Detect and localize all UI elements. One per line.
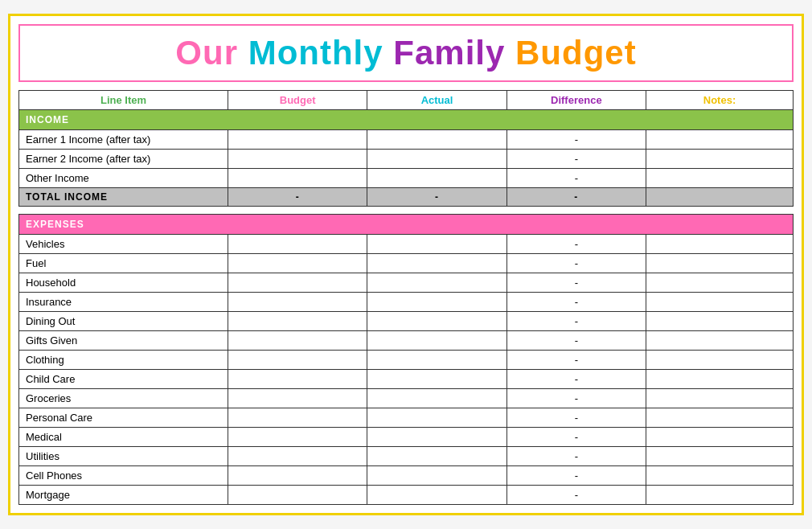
- income-actual-2[interactable]: [367, 169, 506, 188]
- expense-notes-1[interactable]: [646, 254, 793, 273]
- income-row: Earner 1 Income (after tax) -: [19, 130, 794, 150]
- expense-notes-2[interactable]: [646, 273, 793, 293]
- expense-difference-5: -: [506, 331, 646, 351]
- expense-difference-0: -: [506, 235, 646, 254]
- expense-row: Utilities -: [19, 447, 794, 466]
- expense-budget-2[interactable]: [228, 273, 367, 293]
- expense-row: Household -: [19, 273, 794, 293]
- expense-difference-12: -: [506, 466, 646, 486]
- expense-budget-5[interactable]: [228, 331, 367, 351]
- expense-notes-0[interactable]: [646, 235, 793, 254]
- total-income-notes: [646, 188, 793, 207]
- income-row: Other Income -: [19, 169, 794, 188]
- expense-actual-6[interactable]: [367, 351, 506, 370]
- expense-label-9: Personal Care: [19, 408, 228, 428]
- title-monthly: Monthly: [248, 34, 394, 72]
- expense-budget-1[interactable]: [228, 254, 367, 273]
- income-notes-0[interactable]: [646, 130, 793, 150]
- expense-actual-3[interactable]: [367, 293, 506, 312]
- expense-budget-6[interactable]: [228, 351, 367, 370]
- expense-actual-4[interactable]: [367, 312, 506, 331]
- expense-label-8: Groceries: [19, 389, 228, 408]
- expense-label-2: Household: [19, 273, 228, 293]
- expense-actual-1[interactable]: [367, 254, 506, 273]
- expenses-section-header: EXPENSES: [19, 215, 794, 235]
- expense-actual-0[interactable]: [367, 235, 506, 254]
- expense-budget-9[interactable]: [228, 408, 367, 428]
- income-notes-2[interactable]: [646, 169, 793, 188]
- expense-label-0: Vehicles: [19, 235, 228, 254]
- expense-budget-12[interactable]: [228, 466, 367, 486]
- expense-label-10: Medical: [19, 428, 228, 447]
- income-section-header: INCOME: [19, 110, 794, 130]
- expense-actual-13[interactable]: [367, 486, 506, 505]
- expense-budget-7[interactable]: [228, 370, 367, 389]
- expense-difference-3: -: [506, 293, 646, 312]
- expense-actual-10[interactable]: [367, 428, 506, 447]
- expense-budget-3[interactable]: [228, 293, 367, 312]
- income-notes-1[interactable]: [646, 150, 793, 169]
- expense-actual-5[interactable]: [367, 331, 506, 351]
- col-header-notes: Notes:: [646, 91, 793, 110]
- expense-budget-4[interactable]: [228, 312, 367, 331]
- expense-difference-2: -: [506, 273, 646, 293]
- title-our: Our: [175, 34, 248, 72]
- expense-budget-8[interactable]: [228, 389, 367, 408]
- col-header-lineitem: Line Item: [19, 91, 228, 110]
- expense-difference-4: -: [506, 312, 646, 331]
- income-actual-0[interactable]: [367, 130, 506, 150]
- income-budget-0[interactable]: [228, 130, 367, 150]
- title-budget: Budget: [515, 34, 637, 72]
- income-difference-2: -: [506, 169, 646, 188]
- expense-row: Groceries -: [19, 389, 794, 408]
- expense-difference-10: -: [506, 428, 646, 447]
- expense-budget-11[interactable]: [228, 447, 367, 466]
- income-budget-2[interactable]: [228, 169, 367, 188]
- expense-label-3: Insurance: [19, 293, 228, 312]
- total-income-budget: -: [228, 188, 367, 207]
- expense-budget-10[interactable]: [228, 428, 367, 447]
- expense-notes-11[interactable]: [646, 447, 793, 466]
- expense-difference-6: -: [506, 351, 646, 370]
- expense-notes-13[interactable]: [646, 486, 793, 505]
- expense-row: Insurance -: [19, 293, 794, 312]
- income-difference-0: -: [506, 130, 646, 150]
- spacer-row: [19, 207, 794, 215]
- income-actual-1[interactable]: [367, 150, 506, 169]
- expense-notes-3[interactable]: [646, 293, 793, 312]
- income-label: INCOME: [19, 110, 794, 130]
- expense-actual-9[interactable]: [367, 408, 506, 428]
- expense-notes-9[interactable]: [646, 408, 793, 428]
- expense-actual-8[interactable]: [367, 389, 506, 408]
- expense-difference-11: -: [506, 447, 646, 466]
- income-row: Earner 2 Income (after tax) -: [19, 150, 794, 169]
- expense-budget-0[interactable]: [228, 235, 367, 254]
- expense-actual-2[interactable]: [367, 273, 506, 293]
- expense-notes-6[interactable]: [646, 351, 793, 370]
- expense-difference-7: -: [506, 370, 646, 389]
- expense-notes-4[interactable]: [646, 312, 793, 331]
- expense-difference-9: -: [506, 408, 646, 428]
- expense-notes-5[interactable]: [646, 331, 793, 351]
- budget-table: Line Item Budget Actual Difference Notes…: [18, 90, 794, 505]
- expense-row: Vehicles -: [19, 235, 794, 254]
- col-header-actual: Actual: [367, 91, 506, 110]
- expense-notes-8[interactable]: [646, 389, 793, 408]
- expense-difference-8: -: [506, 389, 646, 408]
- expense-actual-7[interactable]: [367, 370, 506, 389]
- expense-row: Personal Care -: [19, 408, 794, 428]
- expense-notes-7[interactable]: [646, 370, 793, 389]
- expense-row: Fuel -: [19, 254, 794, 273]
- income-budget-1[interactable]: [228, 150, 367, 169]
- expense-budget-13[interactable]: [228, 486, 367, 505]
- expense-row: Dining Out -: [19, 312, 794, 331]
- income-label-1: Earner 2 Income (after tax): [19, 150, 228, 169]
- total-income-difference: -: [506, 188, 646, 207]
- expense-label-1: Fuel: [19, 254, 228, 273]
- expense-notes-12[interactable]: [646, 466, 793, 486]
- expense-actual-11[interactable]: [367, 447, 506, 466]
- total-income-actual: -: [367, 188, 506, 207]
- expenses-label: EXPENSES: [19, 215, 794, 235]
- expense-actual-12[interactable]: [367, 466, 506, 486]
- expense-notes-10[interactable]: [646, 428, 793, 447]
